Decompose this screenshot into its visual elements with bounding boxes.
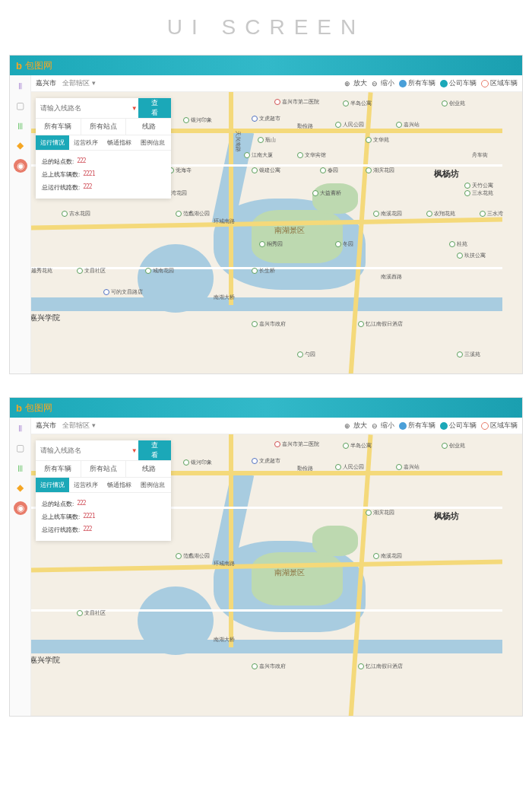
stat-label: 总上线车辆数: xyxy=(42,170,80,179)
subtab-order[interactable]: 运营秩序 xyxy=(69,135,103,150)
breadcrumb-city[interactable]: 嘉兴市 xyxy=(36,421,56,431)
college-label: 嘉兴学院 xyxy=(31,313,60,323)
poi-icon xyxy=(244,152,250,158)
topbar: 嘉兴市 全部辖区 ▾ ⊕放大 ⊖缩小 所有车辆 公司车辆 区域车辆 xyxy=(31,418,522,434)
all-vehicles-button[interactable]: 所有车辆 xyxy=(399,421,435,431)
panel-body: 总的站点数:222 总上线车辆数:2221 总运行线路数:222 xyxy=(36,151,171,199)
tab-all-vehicles[interactable]: 所有车辆 xyxy=(36,119,81,135)
dropdown-icon[interactable]: ▼ xyxy=(130,440,138,460)
dropdown-icon[interactable]: ▼ xyxy=(130,98,138,118)
subtab-flow[interactable]: 畅通指标 xyxy=(103,478,136,492)
panel-body: 总的站点数:222 总上线车辆数:2221 总运行线路数:222 xyxy=(36,493,171,541)
poi-icon xyxy=(396,122,402,128)
tab-routes[interactable]: 线路 xyxy=(126,461,171,477)
poi-icon xyxy=(145,268,151,274)
poi-label: 觉海寺 xyxy=(176,167,192,174)
tab-all-stations[interactable]: 所有站点 xyxy=(81,119,127,135)
layers-icon[interactable]: ◆ xyxy=(14,482,27,494)
search-button[interactable]: 查看 xyxy=(138,440,171,460)
poi-icon xyxy=(252,321,258,327)
chart-icon[interactable]: ⫼ xyxy=(14,119,27,132)
minus-icon: ⊖ xyxy=(372,422,379,430)
poi-icon xyxy=(464,190,470,196)
search-button[interactable]: 查看 xyxy=(138,98,171,118)
poi-icon xyxy=(77,268,83,274)
poi-icon xyxy=(252,116,258,122)
poi-icon xyxy=(176,211,182,217)
clipboard-icon[interactable]: ▢ xyxy=(14,100,27,112)
poi-icon xyxy=(373,553,379,559)
breadcrumb-city[interactable]: 嘉兴市 xyxy=(36,78,56,88)
chart-icon[interactable]: ⫼ xyxy=(14,462,27,474)
poi-label: 文昌社区 xyxy=(84,609,106,617)
stat-row: 总的站点数:222 xyxy=(42,155,165,168)
hospital-icon xyxy=(274,99,280,105)
route-search-input[interactable] xyxy=(36,98,130,118)
company-vehicles-button[interactable]: 公司车辆 xyxy=(440,421,477,431)
poi-icon xyxy=(335,464,341,470)
poi-icon xyxy=(358,663,364,669)
tab-all-vehicles[interactable]: 所有车辆 xyxy=(36,461,81,477)
breadcrumb-district[interactable]: 全部辖区 ▾ xyxy=(62,78,96,88)
layers-icon[interactable]: ◆ xyxy=(14,139,27,151)
sidebar: ⫴ ▢ ⫼ ◆ ◉ xyxy=(10,75,31,373)
poi-icon xyxy=(358,321,364,327)
poi-label: 冬园 xyxy=(343,240,353,248)
filter-icon[interactable]: ⫴ xyxy=(14,80,27,92)
area-vehicles-button[interactable]: 区域车辆 xyxy=(481,421,518,431)
poi-icon xyxy=(77,610,83,616)
college-label: 嘉兴学院 xyxy=(31,655,60,666)
poi-icon xyxy=(366,137,372,143)
poi-icon xyxy=(366,510,372,516)
globe-icon[interactable]: ◉ xyxy=(14,159,27,173)
tab-routes[interactable]: 线路 xyxy=(126,119,171,135)
zoom-in-button[interactable]: ⊕放大 xyxy=(344,421,367,431)
poi-label: 桐秀园 xyxy=(267,240,283,248)
poi-label: 吉水花园 xyxy=(69,210,90,218)
minus-icon: ⊖ xyxy=(372,80,379,87)
panel-tabs: 所有车辆 所有站点 线路 xyxy=(36,460,171,478)
tab-all-stations[interactable]: 所有站点 xyxy=(81,461,127,477)
poi-icon xyxy=(312,190,318,196)
area-icon xyxy=(481,80,489,87)
route-search-input[interactable] xyxy=(36,440,130,460)
poi-icon xyxy=(343,443,349,449)
poi-icon xyxy=(480,211,486,217)
stat-row: 总运行线路数:222 xyxy=(42,523,165,536)
subtab-legend[interactable]: 图例信息 xyxy=(136,135,169,150)
road-label: 环城南路 xyxy=(214,218,235,225)
stat-value: 222 xyxy=(83,183,91,192)
search-panel: ▼ 查看 所有车辆 所有站点 线路 运行情况 运营秩序 畅通指标 图例信息 总的… xyxy=(36,98,171,199)
poi-icon xyxy=(442,100,448,106)
panel-subtabs: 运行情况 运营秩序 畅通指标 图例信息 xyxy=(36,135,171,151)
app-header: b 包图网 xyxy=(10,398,522,418)
zoom-in-button[interactable]: ⊕放大 xyxy=(344,78,367,88)
area-vehicles-button[interactable]: 区域车辆 xyxy=(481,78,518,88)
subtab-status[interactable]: 运行情况 xyxy=(36,478,69,492)
globe-icon[interactable]: ◉ xyxy=(14,501,27,515)
poi-label: 忆江南假日酒店 xyxy=(366,663,403,670)
zoom-out-button[interactable]: ⊖缩小 xyxy=(372,78,394,88)
subtab-flow[interactable]: 畅通指标 xyxy=(103,135,136,150)
all-vehicles-button[interactable]: 所有车辆 xyxy=(399,78,435,88)
subtab-order[interactable]: 运营秩序 xyxy=(69,478,103,492)
subtab-status[interactable]: 运行情况 xyxy=(36,135,69,150)
filter-icon[interactable]: ⫴ xyxy=(14,422,27,434)
clipboard-icon[interactable]: ▢ xyxy=(14,442,27,454)
logo-text: 包图网 xyxy=(25,59,52,72)
breadcrumb-district[interactable]: 全部辖区 ▾ xyxy=(62,421,96,431)
sidebar: ⫴ ▢ ⫼ ◆ ◉ xyxy=(10,418,31,716)
subtab-legend[interactable]: 图例信息 xyxy=(136,478,169,492)
poi-label: 嘉兴市政府 xyxy=(259,663,286,670)
poi-icon xyxy=(335,122,341,128)
poi-label: 文虎超市 xyxy=(259,115,280,122)
zoom-out-button[interactable]: ⊖缩小 xyxy=(372,421,394,431)
poi-label: 春园 xyxy=(328,167,338,174)
stat-value: 2221 xyxy=(83,170,94,179)
company-vehicles-button[interactable]: 公司车辆 xyxy=(440,78,477,88)
stat-value: 222 xyxy=(77,157,85,166)
stat-value: 222 xyxy=(77,500,85,508)
topbar: 嘉兴市 全部辖区 ▾ ⊕放大 ⊖缩小 所有车辆 公司车辆 区域车辆 xyxy=(31,75,522,92)
stat-row: 总上线车辆数:2221 xyxy=(42,510,165,523)
poi-label: 文华宾馆 xyxy=(305,151,326,159)
